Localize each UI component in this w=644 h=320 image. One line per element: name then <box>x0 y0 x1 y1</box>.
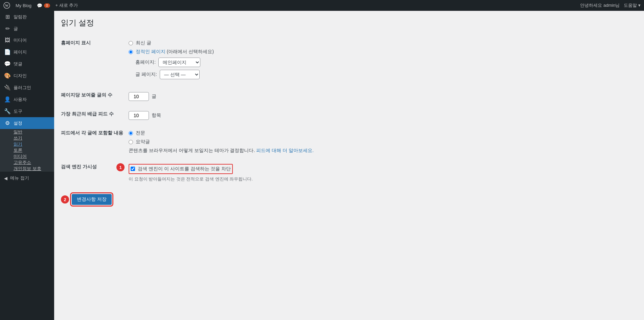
step-badge-2: 2 <box>61 195 69 204</box>
feed-content-label: 피드에서 각 글에 포함할 내용 <box>61 125 129 159</box>
search-visibility-row: 검색 엔진 가시성 1 검색 엔진이 이 사이트를 검색하는 것을 차단 <box>61 159 637 187</box>
feed-content-row: 피드에서 각 글에 포함할 내용 전문 요약글 콘텐츠를 브라우저에서 어떻게 … <box>61 125 637 159</box>
excerpt-radio[interactable] <box>129 140 133 144</box>
posts-page-selector: 글 페이지: — 선택 — <box>129 70 637 79</box>
sidebar-item-posts[interactable]: ✏ 글 <box>0 23 54 35</box>
excerpt-option: 요약글 <box>129 139 637 145</box>
posts-per-page-row: 페이지당 보여줄 글의 수 글 <box>61 87 637 106</box>
feed-items-input[interactable] <box>129 111 149 120</box>
settings-submenu: 일반 쓰기 읽기 토론 미디어 고유주소 개인정보 보호 <box>0 129 54 172</box>
save-button[interactable]: 변경사항 저장 <box>72 194 112 205</box>
user-greeting[interactable]: 안녕하세요 admin님 <box>580 2 620 8</box>
settings-form: 홈페이지 표시 최신 글 정적인 페이지 (아래에서 선택하세요) <box>61 35 637 205</box>
static-page-link[interactable]: 정적인 페이지 <box>136 49 165 54</box>
sidebar-item-users[interactable]: 👤 사용자 <box>0 93 54 105</box>
help-button[interactable]: 도움말 ▾ <box>624 2 641 8</box>
search-block-row: 검색 엔진이 이 사이트를 검색하는 것을 차단 <box>131 166 231 172</box>
theme-note: 콘텐츠를 브라우저에서 어떻게 보일지는 테마가 결정합니다. 피드에 대해 더… <box>129 148 637 154</box>
search-block-checkbox-wrapper: 검색 엔진이 이 사이트를 검색하는 것을 차단 <box>129 164 233 174</box>
static-page-option-label: 정적인 페이지 (아래에서 선택하세요) <box>136 49 214 55</box>
posts-per-page-input-row: 글 <box>129 92 637 101</box>
admin-bar: W My Blog 💬 0 + 새로 추가 안녕하세요 admin님 도움말 ▾ <box>0 0 644 11</box>
comments-menu-icon: 💬 <box>4 61 11 67</box>
step-badge-1: 1 <box>116 163 125 171</box>
sidebar: ⊞ 알림판 ✏ 글 🖼 미디어 📄 페이지 💬 댓글 <box>0 11 54 320</box>
homepage-selector: 홈페이지: 메인페이지 <box>129 58 637 67</box>
search-visibility-label: 검색 엔진 가시성 <box>61 159 129 187</box>
search-block-checkbox[interactable] <box>131 167 135 171</box>
feed-items-input-row: 항목 <box>129 111 637 120</box>
posts-page-select[interactable]: — 선택 — <box>160 70 200 79</box>
posts-per-page-label: 페이지당 보여줄 글의 수 <box>61 87 129 106</box>
collapse-icon: ◀ <box>4 176 7 181</box>
static-page-radio[interactable] <box>129 50 133 54</box>
feed-items-row: 가장 최근의 배급 피드 수 항목 <box>61 106 637 125</box>
search-visibility-options: 1 검색 엔진이 이 사이트를 검색하는 것을 차단 이 요청이 받아들여지는 … <box>129 159 637 187</box>
feed-items-label: 가장 최근의 배급 피드 수 <box>61 106 129 125</box>
settings-wrap: 읽기 설정 홈페이지 표시 최신 글 정적인 페이지 (아래에서 선 <box>61 18 637 205</box>
full-text-radio[interactable] <box>129 131 133 135</box>
page-title: 읽기 설정 <box>61 18 637 28</box>
homepage-display-label: 홈페이지 표시 <box>61 35 129 87</box>
main-menu: ⊞ 알림판 ✏ 글 🖼 미디어 📄 페이지 💬 댓글 <box>0 11 54 129</box>
static-page-option: 정적인 페이지 (아래에서 선택하세요) <box>129 49 637 55</box>
sidebar-item-tools[interactable]: 🔧 도구 <box>0 105 54 117</box>
appearance-icon: 🎨 <box>4 72 11 79</box>
posts-per-page-suffix: 글 <box>152 93 156 100</box>
homepage-display-options: 최신 글 정적인 페이지 (아래에서 선택하세요) 홈페이지: 메인페이지 <box>129 35 637 87</box>
settings-icon: ⚙ <box>4 120 11 126</box>
search-block-label: 검색 엔진이 이 사이트를 검색하는 것을 차단 <box>138 166 231 172</box>
latest-posts-option-label: 최신 글 <box>136 40 151 46</box>
submenu-item-privacy[interactable]: 개인정보 보호 <box>0 166 54 172</box>
comments-link[interactable]: 💬 0 <box>37 3 50 8</box>
posts-page-select-label: 글 페이지: <box>135 71 157 78</box>
pages-icon: 📄 <box>4 49 11 55</box>
dashboard-icon: ⊞ <box>4 14 11 20</box>
add-new-button[interactable]: + 새로 추가 <box>55 2 78 8</box>
feed-items-value: 항목 <box>129 106 637 125</box>
excerpt-label: 요약글 <box>136 139 150 145</box>
sidebar-item-dashboard[interactable]: ⊞ 알림판 <box>0 11 54 23</box>
sidebar-item-media[interactable]: 🖼 미디어 <box>0 35 54 46</box>
settings-table: 홈페이지 표시 최신 글 정적인 페이지 (아래에서 선택하세요) <box>61 35 637 187</box>
feed-items-suffix: 항목 <box>152 112 161 119</box>
sidebar-item-appearance[interactable]: 🎨 디자인 <box>0 70 54 82</box>
tools-icon: 🔧 <box>4 108 11 114</box>
posts-per-page-value: 글 <box>129 87 637 106</box>
plugins-icon: 🔌 <box>4 84 11 91</box>
sidebar-item-pages[interactable]: 📄 페이지 <box>0 46 54 58</box>
main-content: 읽기 설정 홈페이지 표시 최신 글 정적인 페이지 (아래에서 선 <box>54 11 644 320</box>
homepage-display-row: 홈페이지 표시 최신 글 정적인 페이지 (아래에서 선택하세요) <box>61 35 637 87</box>
full-text-option: 전문 <box>129 130 637 136</box>
sidebar-item-comments[interactable]: 💬 댓글 <box>0 58 54 70</box>
wp-logo-icon[interactable]: W <box>3 2 10 9</box>
full-text-label: 전문 <box>136 130 145 136</box>
latest-posts-radio[interactable] <box>129 41 133 45</box>
feed-content-options: 전문 요약글 콘텐츠를 브라우저에서 어떻게 보일지는 테마가 결정합니다. 피… <box>129 125 637 159</box>
media-icon: 🖼 <box>4 37 11 43</box>
sidebar-item-plugins[interactable]: 🔌 플러그인 <box>0 82 54 93</box>
search-visibility-note: 이 요청이 받아들여지는 것은 전적으로 검색 엔진에 좌우됩니다. <box>129 176 637 182</box>
latest-posts-option: 최신 글 <box>129 40 637 46</box>
posts-per-page-input[interactable] <box>129 92 149 101</box>
comment-count: 0 <box>44 3 50 8</box>
homepage-select[interactable]: 메인페이지 <box>158 58 200 67</box>
site-name[interactable]: My Blog <box>16 3 31 8</box>
collapse-menu-button[interactable]: ◀ 메뉴 접기 <box>0 172 54 185</box>
posts-icon: ✏ <box>4 25 11 32</box>
feed-learn-more-link[interactable]: 피드에 대해 더 알아보세요. <box>256 148 314 153</box>
comment-icon: 💬 <box>37 3 42 8</box>
users-icon: 👤 <box>4 96 11 103</box>
homepage-select-label: 홈페이지: <box>135 59 156 65</box>
svg-text:W: W <box>5 4 8 7</box>
submit-area: 2 변경사항 저장 <box>61 194 112 205</box>
